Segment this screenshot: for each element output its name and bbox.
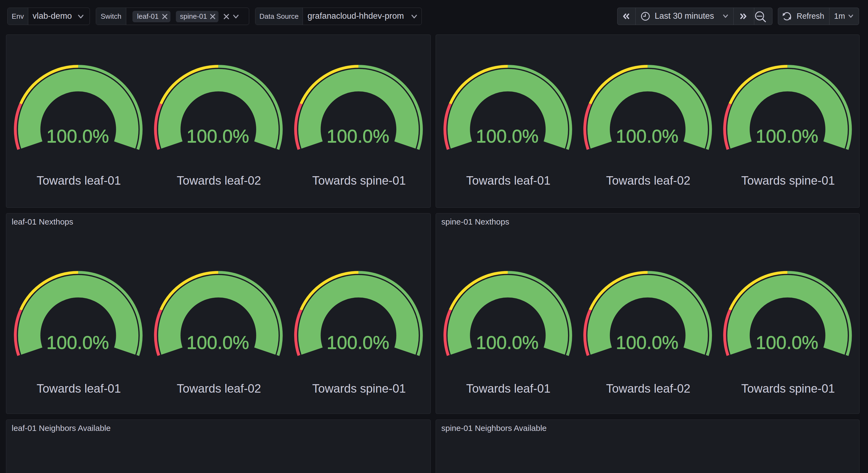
svg-text:Towards spine-01: Towards spine-01 <box>741 382 835 395</box>
svg-text:Towards spine-01: Towards spine-01 <box>312 382 406 395</box>
svg-text:100.0%: 100.0% <box>616 332 679 353</box>
svg-text:100.0%: 100.0% <box>327 332 389 353</box>
svg-text:Towards leaf-02: Towards leaf-02 <box>177 382 261 395</box>
svg-text:Towards leaf-01: Towards leaf-01 <box>37 382 121 395</box>
svg-text:Towards leaf-01: Towards leaf-01 <box>37 174 121 187</box>
svg-text:100.0%: 100.0% <box>756 126 818 146</box>
svg-text:Towards spine-01: Towards spine-01 <box>741 174 835 187</box>
svg-text:Towards leaf-01: Towards leaf-01 <box>466 174 551 187</box>
svg-text:100.0%: 100.0% <box>46 332 109 353</box>
svg-text:100.0%: 100.0% <box>756 332 818 353</box>
svg-text:Towards leaf-01: Towards leaf-01 <box>466 382 551 395</box>
svg-text:100.0%: 100.0% <box>186 332 249 353</box>
svg-text:Towards leaf-02: Towards leaf-02 <box>606 174 690 187</box>
svg-text:100.0%: 100.0% <box>476 126 539 146</box>
svg-text:Towards leaf-02: Towards leaf-02 <box>177 174 261 187</box>
svg-text:100.0%: 100.0% <box>476 332 539 353</box>
svg-text:100.0%: 100.0% <box>327 126 389 146</box>
svg-text:Towards leaf-02: Towards leaf-02 <box>606 382 690 395</box>
svg-text:Towards spine-01: Towards spine-01 <box>312 174 406 187</box>
svg-text:100.0%: 100.0% <box>46 126 109 146</box>
svg-text:100.0%: 100.0% <box>186 126 249 146</box>
svg-text:100.0%: 100.0% <box>616 126 679 146</box>
